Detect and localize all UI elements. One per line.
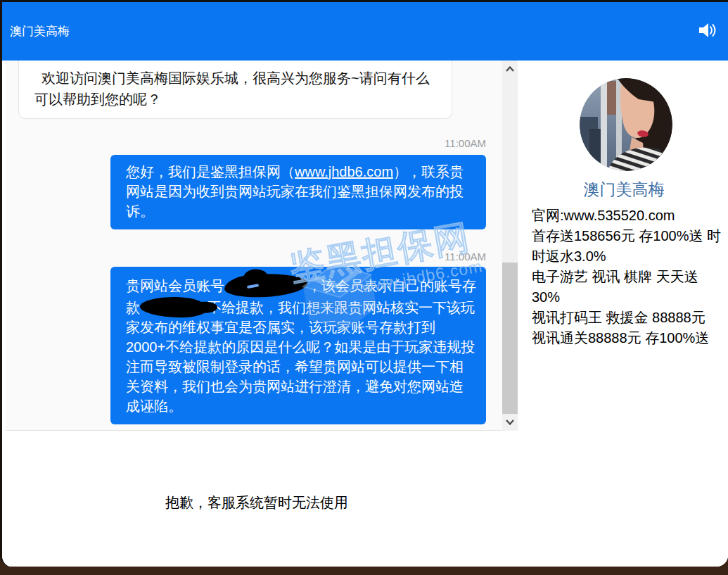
avatar xyxy=(580,78,672,171)
promo-text: 官网:www.535520.com 首存送158656元 存100%送 时时返水… xyxy=(532,206,726,348)
message-text: 贵网站会员账号 xyxy=(126,278,224,293)
message-timestamp: 11:00AM xyxy=(6,251,486,263)
scrollbar-thumb[interactable] xyxy=(502,263,518,414)
agent-name: 澳门美高梅 xyxy=(518,179,728,201)
input-area: 抱歉，客服系统暂时无法使用 xyxy=(2,431,728,567)
header-bar: 澳门美高梅 xyxy=(2,2,728,61)
visitor-message-bubble: 您好，我们是鉴黑担保网（www.jhdb6.com），联系贵网站是因为收到贵网站… xyxy=(110,155,486,229)
app-frame: 澳门美高梅 欢迎访问澳门美高梅国际娱乐城，很高兴为您服务~请问有什么可以帮助到您… xyxy=(0,0,728,567)
bottom-bar xyxy=(0,567,728,575)
chat-panel: 欢迎访问澳门美高梅国际娱乐城，很高兴为您服务~请问有什么可以帮助到您的呢？ 11… xyxy=(6,61,518,431)
agent-sidebar: 澳门美高梅 官网:www.535520.com 首存送158656元 存100%… xyxy=(518,61,728,431)
promo-line: 视讯通关88888元 存100%送 xyxy=(532,328,726,348)
chevron-up-icon xyxy=(506,66,514,72)
agent-welcome-message: 欢迎访问澳门美高梅国际娱乐城，很高兴为您服务~请问有什么可以帮助到您的呢？ xyxy=(18,61,452,119)
scroll-up-button[interactable] xyxy=(502,61,518,77)
chat-scrollbar[interactable] xyxy=(502,61,518,431)
promo-line: 视讯打码王 救援金 88888元 xyxy=(532,308,726,328)
message-link[interactable]: www.jhdb6.com xyxy=(295,164,393,179)
speaker-icon xyxy=(698,22,717,39)
window-title: 澳门美高梅 xyxy=(10,23,70,39)
promo-line: 首存送158656元 存100%送 时时返水3.0% xyxy=(532,226,726,267)
chevron-down-icon xyxy=(506,419,514,425)
message-text: 您好，我们是鉴黑担保网（ xyxy=(126,164,295,179)
message-list: 欢迎访问澳门美高梅国际娱乐城，很高兴为您服务~请问有什么可以帮助到您的呢？ 11… xyxy=(6,61,502,430)
chat-window: 澳门美高梅 欢迎访问澳门美高梅国际娱乐城，很高兴为您服务~请问有什么可以帮助到您… xyxy=(0,0,728,575)
promo-line: 电子游艺 视讯 棋牌 天天送30% xyxy=(532,267,726,308)
sound-toggle-button[interactable] xyxy=(696,20,719,41)
scroll-down-button[interactable] xyxy=(502,414,518,431)
redaction-mark xyxy=(140,296,207,318)
message-timestamp: 11:00AM xyxy=(6,137,486,149)
visitor-message-bubble: 贵网站会员账号，该会员表示自己的账号存款不给提款，我们想来跟贵网站核实一下该玩家… xyxy=(110,267,486,424)
promo-line: 官网:www.535520.com xyxy=(532,206,726,226)
system-unavailable-notice: 抱歉，客服系统暂时无法使用 xyxy=(165,493,348,512)
redaction-mark xyxy=(224,272,307,298)
